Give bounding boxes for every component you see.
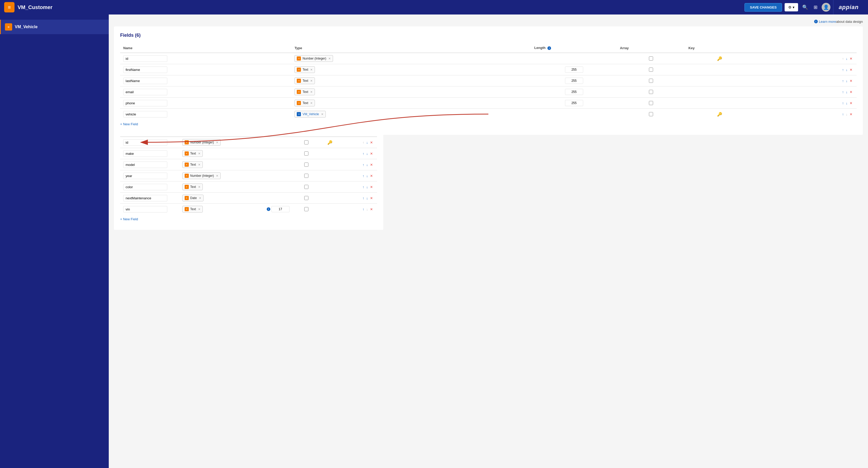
move-up-button[interactable]: ↑ (362, 151, 365, 156)
move-up-button[interactable]: ↑ (362, 162, 365, 167)
save-changes-button[interactable]: SAVE CHANGES (744, 3, 782, 12)
field-name-input[interactable] (123, 89, 167, 95)
field-name-input[interactable] (123, 111, 167, 118)
move-up-button[interactable]: ↑ (841, 79, 845, 83)
delete-field-button[interactable]: ✕ (369, 174, 374, 178)
array-checkbox[interactable] (649, 68, 653, 72)
move-up-button[interactable]: ↑ (841, 67, 845, 72)
field-key-cell (685, 98, 754, 109)
sidebar-item-vm-vehicle[interactable]: ≡ VM_Vehicle (0, 20, 109, 34)
learn-more-link[interactable]: Learn more (819, 20, 836, 24)
customer-fields-table: Name Type Length i Array K (120, 43, 857, 120)
move-up-button[interactable]: ↑ (362, 174, 365, 178)
search-button[interactable]: 🔍 (801, 3, 809, 12)
type-remove-button[interactable]: ✕ (310, 101, 313, 105)
avatar[interactable]: 👤 (822, 3, 831, 12)
move-down-button[interactable]: ↓ (365, 185, 369, 189)
type-remove-button[interactable]: ✕ (198, 163, 200, 166)
type-remove-button[interactable]: ✕ (216, 174, 218, 178)
field-name-input[interactable] (123, 195, 167, 201)
array-checkbox[interactable] (649, 56, 653, 61)
array-checkbox[interactable] (304, 196, 308, 200)
field-name-input[interactable] (123, 173, 167, 179)
field-name-input[interactable] (123, 100, 167, 106)
move-down-button[interactable]: ↓ (365, 174, 369, 178)
table-row: ≡Text✕↑↓✕ (120, 75, 857, 87)
move-up-button[interactable]: ↑ (841, 90, 845, 94)
move-up-button[interactable]: ↑ (841, 101, 845, 105)
field-name-input[interactable] (123, 184, 167, 190)
delete-field-button[interactable]: ✕ (369, 162, 374, 167)
field-name-input[interactable] (123, 77, 167, 84)
move-up-button[interactable]: ↑ (841, 112, 845, 117)
type-remove-button[interactable]: ✕ (310, 90, 313, 94)
type-remove-button[interactable]: ✕ (328, 57, 331, 60)
search-icon: 🔍 (802, 5, 808, 10)
delete-field-button[interactable]: ✕ (369, 207, 374, 212)
delete-field-button[interactable]: ✕ (848, 67, 854, 72)
settings-button[interactable]: ⚙ ▾ (785, 3, 798, 11)
type-remove-button[interactable]: ✕ (198, 208, 200, 211)
array-checkbox[interactable] (304, 151, 308, 156)
delete-field-button[interactable]: ✕ (369, 196, 374, 200)
field-key-cell: 🔑 (685, 109, 754, 120)
move-up-button[interactable]: ↑ (362, 196, 365, 200)
move-down-button[interactable]: ↓ (845, 56, 849, 61)
array-checkbox[interactable] (304, 207, 308, 211)
field-name-input[interactable] (123, 161, 167, 168)
move-up-button[interactable]: ↑ (362, 207, 365, 212)
move-down-button[interactable]: ↓ (845, 79, 849, 83)
move-down-button[interactable]: ↓ (365, 162, 369, 167)
move-down-button[interactable]: ↓ (365, 151, 369, 156)
delete-field-button[interactable]: ✕ (369, 185, 374, 189)
array-checkbox[interactable] (304, 140, 308, 145)
type-remove-button[interactable]: ✕ (198, 185, 200, 189)
field-name-input[interactable] (123, 150, 167, 157)
move-down-button[interactable]: ↓ (845, 90, 849, 94)
length-input[interactable] (565, 77, 583, 84)
array-checkbox[interactable] (304, 162, 308, 167)
type-remove-button[interactable]: ✕ (216, 141, 218, 144)
array-checkbox[interactable] (649, 112, 653, 116)
move-down-button[interactable]: ↓ (365, 140, 369, 145)
customer-new-field-button[interactable]: + New Field (120, 120, 138, 129)
length-input[interactable] (271, 206, 289, 212)
delete-field-button[interactable]: ✕ (848, 79, 854, 83)
type-remove-button[interactable]: ✕ (198, 152, 200, 155)
field-name-cell (120, 204, 179, 215)
array-checkbox[interactable] (304, 185, 308, 189)
type-remove-button[interactable]: ✕ (310, 79, 313, 83)
delete-field-button[interactable]: ✕ (848, 101, 854, 105)
move-down-button[interactable]: ↓ (845, 67, 849, 72)
array-checkbox[interactable] (649, 90, 653, 94)
table-row: ≡Text✕↑↓✕ (120, 182, 377, 193)
delete-field-button[interactable]: ✕ (848, 90, 854, 94)
move-down-button[interactable]: ↓ (845, 101, 849, 105)
length-input[interactable] (565, 89, 583, 95)
type-remove-button[interactable]: ✕ (310, 68, 313, 71)
field-name-cell (120, 193, 179, 204)
move-down-button[interactable]: ↓ (365, 196, 369, 200)
array-checkbox[interactable] (649, 101, 653, 105)
delete-field-button[interactable]: ✕ (848, 56, 854, 61)
move-up-button[interactable]: ↑ (362, 185, 365, 189)
field-type-cell: ≡Text✕ (179, 204, 262, 215)
length-input[interactable] (565, 66, 583, 73)
field-name-input[interactable] (123, 139, 167, 146)
delete-field-button[interactable]: ✕ (848, 112, 854, 117)
length-input[interactable] (565, 100, 583, 106)
array-checkbox[interactable] (304, 174, 308, 178)
field-name-input[interactable] (123, 206, 167, 213)
grid-button[interactable]: ⊞ (812, 3, 819, 12)
delete-field-button[interactable]: ✕ (369, 151, 374, 156)
array-checkbox[interactable] (649, 79, 653, 83)
type-remove-button[interactable]: ✕ (199, 196, 201, 200)
type-remove-button[interactable]: ✕ (321, 113, 323, 116)
field-actions-cell: ↑↓✕ (342, 193, 377, 204)
field-name-input[interactable] (123, 55, 167, 62)
user-avatar-icon: 👤 (823, 4, 829, 10)
nav-actions: SAVE CHANGES ⚙ ▾ 🔍 ⊞ 👤 appian (744, 0, 868, 14)
vehicle-new-field-button[interactable]: + New Field (120, 215, 138, 224)
field-name-input[interactable] (123, 66, 167, 73)
delete-field-button[interactable]: ✕ (369, 140, 374, 145)
